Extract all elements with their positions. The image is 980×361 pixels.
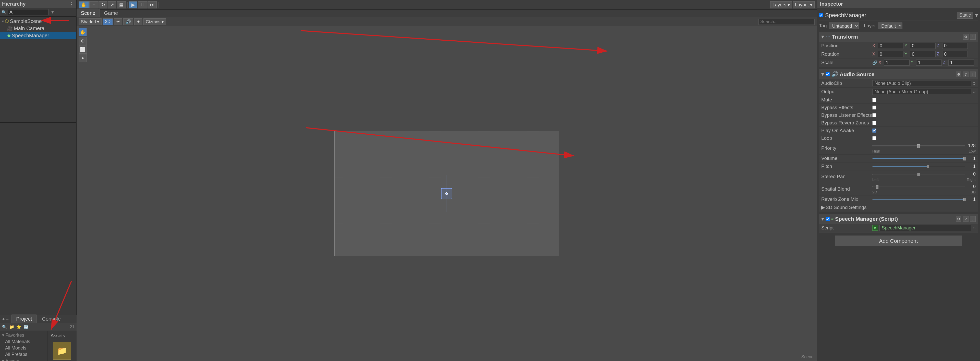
scene-object[interactable] [441, 188, 452, 199]
tab-scene[interactable]: Scene [76, 9, 100, 17]
tag-select[interactable]: Untagged [829, 22, 859, 29]
scene-search-input[interactable] [759, 19, 815, 25]
step-btn[interactable]: ⏭ [148, 1, 157, 8]
tab-project[interactable]: Project [11, 315, 37, 323]
rot-x-input[interactable] [878, 51, 904, 57]
pos-y-input[interactable]: 0 [910, 43, 935, 49]
spatial-thumb[interactable] [876, 185, 878, 189]
scene-tool-1[interactable]: ✋ [79, 28, 87, 36]
hierarchy-scene-item[interactable]: ▾ ⬡ SampleScene [0, 18, 76, 25]
scene-lighting-btn[interactable]: ☀ [114, 18, 122, 25]
script-name-field[interactable]: SpeechManager [880, 225, 971, 231]
bottom-add-btn[interactable]: + − [0, 316, 11, 323]
script-value: # SpeechManager ⊙ [872, 225, 976, 231]
hierarchy-menu-icon[interactable]: ⋮ [68, 1, 74, 7]
scene-tool-3[interactable]: ⬜ [79, 45, 87, 54]
play-btn[interactable]: ▶ [129, 1, 137, 8]
assets-arrow-icon: ▾ [2, 358, 4, 361]
tool-move[interactable]: ↔ [89, 1, 99, 8]
output-none-field[interactable]: None (Audio Mixer Group) [872, 89, 971, 95]
bypass-listener-checkbox[interactable] [872, 113, 877, 117]
scale-x-input[interactable] [884, 59, 910, 65]
rot-y-input[interactable] [910, 51, 935, 57]
project-tb-icon2[interactable]: ⭐ [16, 324, 21, 329]
audioclip-pick-btn[interactable]: ⊙ [973, 81, 976, 85]
tool-rotate[interactable]: ↻ [99, 1, 107, 8]
pitch-slider[interactable] [872, 164, 965, 169]
volume-slider[interactable] [872, 156, 965, 161]
audio-source-enable-checkbox[interactable] [826, 72, 830, 77]
pause-btn[interactable]: ⏸ [138, 1, 147, 8]
audio-source-settings-btn[interactable]: ⚙ [956, 72, 961, 77]
bypass-reverb-checkbox[interactable] [872, 121, 877, 125]
scale-z-input[interactable] [948, 59, 974, 65]
hierarchy-filter-icon[interactable]: ▼ [51, 10, 55, 14]
spatial-slider[interactable] [872, 184, 965, 189]
scene-shaded-btn[interactable]: Shaded ▾ [79, 18, 102, 25]
static-dropdown-icon[interactable]: ▾ [975, 12, 978, 19]
scene-2d-btn[interactable]: 2D [103, 18, 113, 25]
hierarchy-search-input[interactable] [8, 9, 48, 15]
speech-manager-help-btn[interactable]: ? [963, 216, 969, 222]
transform-menu-btn[interactable]: ⋮ [970, 34, 976, 40]
project-tb-icon3[interactable]: 🔄 [24, 324, 29, 329]
speech-manager-settings-btn[interactable]: ⚙ [956, 216, 961, 222]
scale-y-input[interactable] [916, 59, 942, 65]
tab-game[interactable]: Game [100, 9, 122, 17]
sound-3d-settings[interactable]: ▶ 3D Sound Settings [819, 203, 978, 212]
play-on-awake-checkbox[interactable] [872, 128, 877, 133]
stereo-slider[interactable] [872, 172, 965, 177]
audio-source-menu-btn[interactable]: ⋮ [970, 72, 976, 77]
loop-row: Loop [819, 134, 978, 142]
script-pick-btn[interactable]: ⊙ [973, 226, 976, 230]
speech-manager-menu-btn[interactable]: ⋮ [970, 216, 976, 222]
scene-tool-4[interactable]: ✦ [79, 54, 87, 62]
fav-all-materials[interactable]: All Materials [0, 339, 47, 345]
audio-source-header[interactable]: ▾ 🔊 Audio Source ⚙ ? ⋮ [819, 69, 978, 79]
tool-scale[interactable]: ⤢ [108, 1, 116, 8]
scenes-folder-item[interactable]: 📁 Scenes [51, 342, 73, 361]
audioclip-none-field[interactable]: None (Audio Clip) [872, 80, 971, 86]
rot-z-input[interactable] [942, 51, 968, 57]
layout-btn[interactable]: Layout ▾ [793, 1, 815, 8]
loop-checkbox[interactable] [872, 136, 877, 140]
project-count-label: 21 [70, 324, 75, 329]
loop-label: Loop [821, 136, 872, 141]
scene-fx-btn[interactable]: ✦ [134, 18, 142, 25]
hierarchy-speech-manager-item[interactable]: ◆ SpeechManager [0, 32, 76, 39]
tool-rect[interactable]: ▦ [117, 1, 126, 8]
scene-gizmos-btn[interactable]: Gizmos ▾ [143, 18, 166, 25]
output-pick-btn[interactable]: ⊙ [973, 89, 976, 94]
mute-checkbox[interactable] [872, 98, 877, 102]
pos-x-input[interactable]: 0 [878, 43, 904, 49]
object-active-checkbox[interactable] [819, 13, 823, 18]
audio-source-help-btn[interactable]: ? [963, 72, 969, 77]
pos-z-input[interactable]: 0 [942, 43, 968, 49]
reverb-thumb[interactable] [963, 198, 966, 201]
reverb-slider[interactable] [872, 197, 965, 202]
object-name-field[interactable]: SpeechManager [825, 12, 955, 19]
hierarchy-camera-item[interactable]: 🎥 Main Camera [0, 25, 76, 32]
volume-thumb[interactable] [963, 157, 966, 160]
scene-game-tabs: Scene Game [76, 10, 817, 18]
fav-all-models[interactable]: All Models [0, 345, 47, 351]
pitch-thumb[interactable] [927, 165, 929, 168]
layer-select[interactable]: Default [878, 22, 902, 29]
scene-tool-2[interactable]: ⊕ [79, 37, 87, 45]
project-tb-icon1[interactable]: 📁 [9, 324, 14, 329]
priority-slider[interactable] [872, 143, 965, 149]
bypass-effects-checkbox[interactable] [872, 105, 877, 110]
scene-audio-btn[interactable]: 🔊 [123, 18, 133, 25]
transform-header[interactable]: ▾ ⊹ Transform ⚙ ⋮ [819, 32, 978, 42]
priority-thumb[interactable] [917, 144, 920, 148]
stereo-thumb[interactable] [918, 173, 920, 176]
object-center-dot [445, 192, 448, 195]
speech-manager-enable-checkbox[interactable] [826, 217, 830, 221]
speech-manager-header[interactable]: ▾ # Speech Manager (Script) ⚙ ? ⋮ [819, 214, 978, 224]
transform-settings-btn[interactable]: ⚙ [963, 34, 969, 40]
add-component-button[interactable]: Add Component [835, 236, 962, 246]
layers-btn[interactable]: Layers ▾ [770, 1, 792, 8]
tool-hand[interactable]: ✋ [79, 1, 89, 8]
fav-all-prefabs[interactable]: All Prefabs [0, 351, 47, 358]
tab-console[interactable]: Console [37, 315, 65, 323]
